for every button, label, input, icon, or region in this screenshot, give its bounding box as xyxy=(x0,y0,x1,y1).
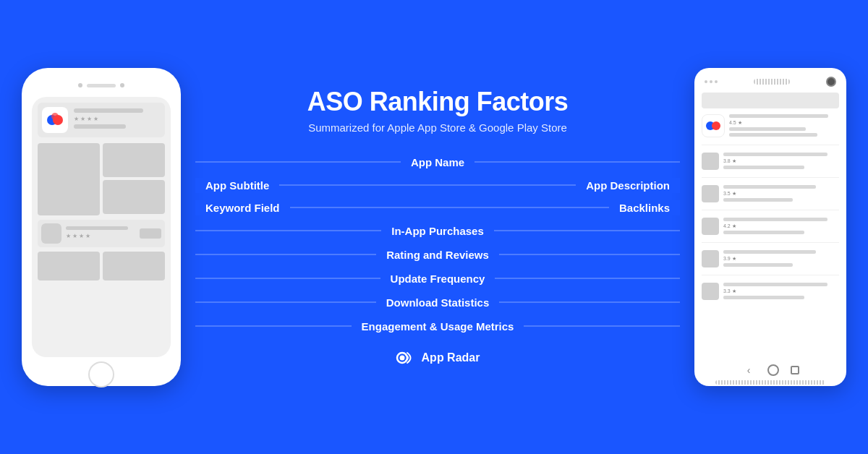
android-score-2: 3.8 ★ xyxy=(723,158,736,164)
android-rating-4: 4.2 ★ xyxy=(723,223,839,229)
iphone-app-icon xyxy=(42,107,68,133)
star4: ★ xyxy=(93,116,98,122)
factor-app-name-row: App Name xyxy=(195,151,680,174)
iphone-stars-row: ★ ★ ★ ★ xyxy=(74,116,161,122)
iphone-home-button xyxy=(88,361,114,387)
iphone-app-item: ★ ★ ★ ★ xyxy=(38,220,165,247)
factors-list: App Name App Subtitle App Description Ke… xyxy=(195,151,680,338)
android-bar-5b xyxy=(723,263,793,267)
android-icon-4 xyxy=(702,218,719,235)
iphone-screenshots xyxy=(38,143,165,215)
android-bottom-nav: ‹ xyxy=(702,363,839,377)
android-icon-3 xyxy=(702,185,719,202)
android-home-icon xyxy=(767,364,779,376)
factor-engagement-metrics: Engagement & Usage Metrics xyxy=(352,319,524,334)
android-search-bar xyxy=(702,93,839,108)
android-bottom-speaker xyxy=(715,380,825,385)
screenshot-right xyxy=(103,143,165,215)
iphone-mockup: ★ ★ ★ ★ xyxy=(22,68,181,386)
android-rating-2: 3.8 ★ xyxy=(723,158,839,164)
android-score-4: 4.2 ★ xyxy=(723,223,736,229)
android-icon-6 xyxy=(702,283,719,300)
android-bar-6b xyxy=(723,296,804,299)
iphone-bottom-boxes xyxy=(38,252,165,280)
factor-row-keyword-backlinks: Keyword Field Backlinks xyxy=(195,197,680,218)
iphone-screen: ★ ★ ★ ★ xyxy=(32,97,171,357)
android-app-details-6: 3.3 ★ xyxy=(723,283,839,301)
android-app-row-3: 3.5 ★ xyxy=(702,185,839,210)
factor-update-row: Update Frequency xyxy=(195,267,680,290)
android-icon-5 xyxy=(702,250,719,267)
android-rating-3: 3.5 ★ xyxy=(723,191,839,197)
center-content: ASO Ranking Factors Summarized for Apple… xyxy=(181,87,694,368)
factor-download-statistics: Download Statistics xyxy=(376,295,500,310)
factor-download-row: Download Statistics xyxy=(195,291,680,314)
logo-area: App Radar xyxy=(396,348,480,368)
svg-point-2 xyxy=(51,113,59,120)
android-bar-2b xyxy=(723,166,804,169)
iphone-app-header: ★ ★ ★ ★ xyxy=(38,103,165,137)
android-app-row-6: 3.3 ★ xyxy=(702,283,839,307)
factor-in-app-row: In-App Purchases xyxy=(195,220,680,242)
factor-rating-reviews: Rating and Reviews xyxy=(376,247,499,262)
star-b: ★ xyxy=(72,233,77,239)
iphone-notch xyxy=(32,78,171,93)
android-bar-1b xyxy=(729,127,806,131)
iphone-bottom-left xyxy=(38,252,100,280)
android-app-row-2: 3.8 ★ xyxy=(702,153,839,178)
factor-keyword-field: Keyword Field xyxy=(195,200,290,215)
android-app-icon-1 xyxy=(702,114,725,137)
iphone-item-stars: ★ ★ ★ ★ xyxy=(66,233,135,239)
android-rating-1: 4.5 ★ xyxy=(729,120,839,126)
main-container: ★ ★ ★ ★ xyxy=(0,0,868,454)
android-camera xyxy=(826,77,836,87)
android-app-details-1: 4.5 ★ xyxy=(729,114,839,139)
star-d: ★ xyxy=(85,233,90,239)
factor-app-name: App Name xyxy=(401,155,475,170)
factor-app-description: App Description xyxy=(576,178,680,193)
android-icon-2 xyxy=(702,153,719,170)
star-a: ★ xyxy=(66,233,71,239)
android-app-row-5: 3.9 ★ xyxy=(702,250,839,275)
factor-update-frequency: Update Frequency xyxy=(380,271,495,286)
factor-app-subtitle: App Subtitle xyxy=(195,178,279,193)
android-mockup: 4.5 ★ 3.8 ★ 3.5 xyxy=(694,68,846,386)
android-bar-3a xyxy=(723,185,816,189)
android-bar-5a xyxy=(723,250,816,254)
factor-row-subtitle-desc: App Subtitle App Description xyxy=(195,175,680,196)
star3: ★ xyxy=(87,116,92,122)
android-bar-3b xyxy=(723,198,793,202)
svg-point-6 xyxy=(712,121,720,130)
android-app-row-4: 4.2 ★ xyxy=(702,218,839,243)
android-bar-4a xyxy=(723,218,827,221)
android-score-6: 3.3 ★ xyxy=(723,288,736,294)
android-back-icon: ‹ xyxy=(747,364,751,376)
subtitle-desc-labels: App Subtitle App Description xyxy=(195,178,680,193)
android-rating-5: 3.9 ★ xyxy=(723,256,839,262)
android-recents-icon xyxy=(791,366,799,374)
factor-rating-row: Rating and Reviews xyxy=(195,244,680,266)
android-bar-2a xyxy=(723,153,827,156)
app-radar-logo-icon xyxy=(396,348,416,368)
iphone-item-bar1 xyxy=(66,226,128,230)
iphone-camera-dot xyxy=(78,83,82,87)
android-app-details-3: 3.5 ★ xyxy=(723,185,839,204)
android-bar-4b xyxy=(723,231,804,234)
iphone-small-icon xyxy=(41,223,61,244)
android-app-row-1: 4.5 ★ xyxy=(702,114,839,145)
android-back-btn: ‹ xyxy=(741,363,756,377)
star-c: ★ xyxy=(79,233,84,239)
iphone-app-info: ★ ★ ★ ★ xyxy=(74,108,161,132)
iphone-bottom-right xyxy=(103,252,165,280)
iphone-title-bar xyxy=(74,108,143,113)
android-rating-6: 3.3 ★ xyxy=(723,288,839,294)
android-status-dots xyxy=(705,80,718,83)
factor-backlinks: Backlinks xyxy=(609,200,680,215)
android-dot1 xyxy=(705,80,707,83)
main-title: ASO Ranking Factors xyxy=(307,87,569,117)
logo-text: App Radar xyxy=(422,351,480,364)
keyword-backlinks-labels: Keyword Field Backlinks xyxy=(195,200,680,215)
android-bar-6a xyxy=(723,283,827,286)
android-screen: 4.5 ★ 3.8 ★ 3.5 xyxy=(702,114,839,360)
screenshot-right-top xyxy=(103,143,165,177)
